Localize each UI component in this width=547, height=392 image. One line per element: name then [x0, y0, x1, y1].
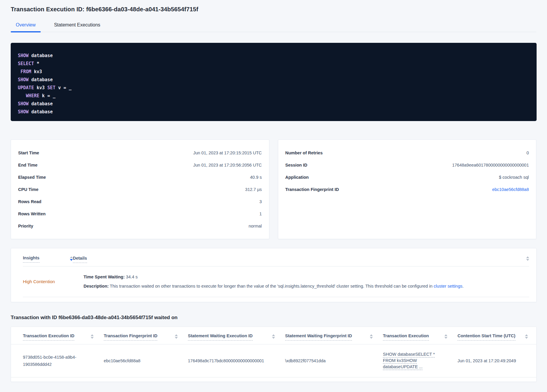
column-header[interactable]: Statement Waiting Fingerprint ID	[285, 333, 383, 341]
sort-down-arrow-icon	[175, 337, 178, 339]
waited-on-table-header: Transaction Execution IDTransaction Fing…	[11, 327, 536, 344]
sort-down-arrow-icon	[370, 337, 373, 339]
sort-icon[interactable]	[370, 334, 373, 339]
cell-transaction-fingerprint-id: ebc10ae56cfd88a8	[104, 357, 188, 364]
transaction-fingerprint-id-link[interactable]: ebc10ae56cfd88a8	[492, 186, 529, 193]
sql-code-block: SHOW databaseSELECT * FROM kv3SHOW datab…	[11, 43, 537, 121]
summary-label: Rows Read	[18, 199, 41, 205]
sort-icon[interactable]	[525, 334, 528, 339]
waited-on-heading: Transaction with ID f6be6366-da03-48de-a…	[11, 315, 536, 321]
summary-label: Application	[285, 174, 309, 181]
sort-down-arrow-icon	[444, 337, 447, 339]
column-header[interactable]: Contention Start Time (UTC)	[458, 333, 529, 341]
waited-on-table: Transaction Execution IDTransaction Fing…	[11, 327, 537, 382]
active-tab-underline	[11, 31, 41, 32]
sort-up-arrow-icon	[70, 256, 73, 258]
column-header[interactable]: Transaction Fingerprint ID	[104, 333, 188, 341]
insight-type-badge: High Contention	[23, 279, 74, 284]
summary-row: Transaction Fingerprint IDebc10ae56cfd88…	[285, 184, 529, 196]
page-title: Transaction Execution ID: f6be6366-da03-…	[11, 6, 536, 13]
summary-value: 17648a9eea6017800000000000000001	[452, 162, 529, 168]
transaction-details-page: Transaction Execution ID: f6be6366-da03-…	[0, 0, 547, 392]
cell-transaction-execution-id: 9738d051-bc0e-4158-a9b4-1903586ddd42	[23, 354, 91, 368]
cell-statement-waiting-execution-id: 176498a9c717bdc80000000000000001	[188, 357, 285, 364]
sql-code-line: SHOW database	[18, 100, 529, 108]
summary-row: Number of Retries0	[285, 147, 529, 159]
cell-transaction-execution: SHOW databaseSELECT * FROM kv3SHOW datab…	[383, 351, 458, 370]
summary-row: Application$ cockroach sql	[285, 171, 529, 184]
time-spent-waiting-label: Time Spent Waiting:	[84, 275, 125, 279]
tab-overview[interactable]: Overview	[11, 20, 41, 32]
sort-icon[interactable]	[526, 256, 529, 261]
description-line: Description: This transaction waited on …	[84, 283, 529, 289]
sort-down-arrow-icon	[272, 337, 275, 339]
summary-value: 1	[259, 211, 262, 217]
summary-value: 0	[526, 150, 529, 156]
summary-value: $ cockroach sql	[499, 174, 529, 181]
column-header[interactable]: Transaction Execution ID	[23, 333, 104, 341]
summary-label: Session ID	[285, 162, 307, 168]
sql-code-line: FROM kv3	[18, 68, 529, 76]
sort-icon[interactable]	[272, 334, 275, 339]
summary-row: Elapsed Time40.9 s	[18, 171, 262, 184]
summary-value: 40.9 s	[250, 174, 262, 181]
sort-up-arrow-icon	[91, 334, 94, 336]
sort-down-arrow-icon	[91, 337, 94, 339]
sql-code-line: SHOW database	[18, 76, 529, 84]
column-header[interactable]: Transaction Execution	[383, 333, 458, 341]
summary-row: CPU Time312.7 µs	[18, 184, 262, 196]
sort-icon[interactable]	[444, 334, 447, 339]
summary-value: normal	[249, 223, 262, 229]
details-column-header[interactable]: Details	[73, 255, 87, 261]
cluster-settings-link[interactable]: cluster settings	[434, 284, 463, 288]
sort-up-arrow-icon	[175, 334, 178, 336]
sort-up-arrow-icon	[272, 334, 275, 336]
sql-code-line: SHOW database	[18, 108, 529, 116]
summary-label: Start Time	[18, 150, 39, 156]
summary-card-left: Start TimeJun 01, 2023 at 17:20:15:2015 …	[11, 139, 269, 239]
column-header-label: Statement Waiting Execution ID	[188, 333, 253, 341]
summary-label: Number of Retries	[285, 150, 323, 156]
tab-statement-executions[interactable]: Statement Executions	[49, 20, 106, 32]
insights-column-label: Insights	[23, 255, 40, 263]
summary-label: Elapsed Time	[18, 174, 46, 181]
summary-value: Jun 01, 2023 at 17:20:56:2056 UTC	[193, 162, 262, 168]
sort-up-arrow-icon	[525, 334, 528, 336]
cell-contention-start-time: Jun 01, 2023 at 17:20:49:2049	[458, 357, 529, 364]
summary-card-right: Number of Retries0Session ID17648a9eea60…	[278, 139, 537, 239]
column-header-label: Statement Waiting Fingerprint ID	[285, 333, 352, 341]
tab-statement-executions-label: Statement Executions	[54, 22, 100, 27]
insight-details: Time Spent Waiting: 34.4 s Description: …	[74, 274, 529, 289]
summary-value: 3	[259, 199, 262, 205]
column-header-label: Transaction Fingerprint ID	[104, 333, 157, 341]
time-spent-waiting-value: 34.4 s	[125, 275, 138, 279]
column-header-label: Transaction Execution	[383, 333, 429, 341]
sort-up-arrow-icon	[444, 334, 447, 336]
sort-icon[interactable]	[91, 334, 94, 339]
sql-code-line: WHERE k = _	[18, 92, 529, 100]
summary-label: Transaction Fingerprint ID	[285, 186, 339, 193]
summary-value: Jun 01, 2023 at 17:20:15:2015 UTC	[193, 150, 262, 156]
tab-bar: Overview Statement Executions	[11, 20, 536, 32]
table-row: 9738d051-bc0e-4158-a9b4-1903586ddd42 ebc…	[11, 344, 536, 377]
sql-code-line: SHOW database	[18, 52, 529, 60]
summary-row: Prioritynormal	[18, 220, 262, 232]
transaction-execution-link[interactable]: SHOW databaseSELECT * FROM kv3SHOW datab…	[383, 351, 438, 370]
sort-up-arrow-icon	[526, 256, 529, 258]
summary-row: Rows Written1	[18, 208, 262, 220]
insights-card: Insights Details High Contention Time Sp…	[11, 248, 537, 302]
summary-label: Priority	[18, 223, 33, 229]
description-text: This transaction waited on other transac…	[109, 284, 434, 288]
time-spent-waiting-line: Time Spent Waiting: 34.4 s	[84, 274, 529, 280]
sort-down-arrow-icon	[70, 259, 73, 261]
sort-icon[interactable]	[70, 256, 73, 261]
column-header[interactable]: Statement Waiting Execution ID	[188, 333, 285, 341]
cell-statement-waiting-fingerprint-id: \xdb8922f077541dda	[285, 357, 383, 364]
column-header-label: Transaction Execution ID	[23, 333, 74, 341]
summary-row: Session ID17648a9eea60178000000000000000…	[285, 159, 529, 171]
insights-column-header[interactable]: Insights	[23, 255, 73, 263]
sort-icon[interactable]	[175, 334, 178, 339]
summary-label: End Time	[18, 162, 37, 168]
summary-row: End TimeJun 01, 2023 at 17:20:56:2056 UT…	[18, 159, 262, 171]
insight-row: High Contention Time Spent Waiting: 34.4…	[23, 266, 529, 297]
